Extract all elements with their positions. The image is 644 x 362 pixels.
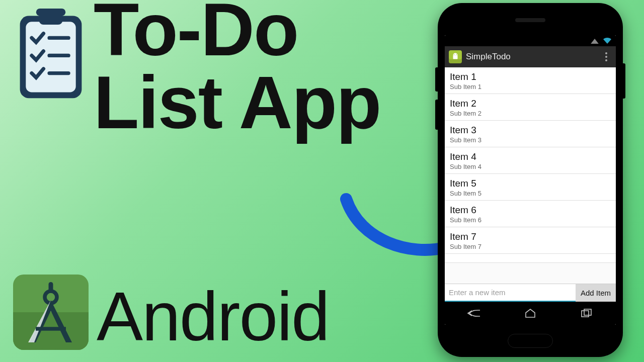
nav-bar <box>445 302 616 325</box>
list-item-title: Item 4 <box>450 151 611 162</box>
list-item-subtitle: Sub Item 3 <box>450 136 611 144</box>
svg-rect-19 <box>584 309 591 315</box>
svg-rect-18 <box>582 311 589 317</box>
svg-rect-3 <box>36 9 65 16</box>
nav-back-icon[interactable] <box>458 305 489 321</box>
phone-mockup: SimpleTodo Item 1Sub Item 1Item 2Sub Ite… <box>438 3 623 357</box>
svg-point-15 <box>456 54 457 55</box>
list-item-title: Item 7 <box>450 231 611 242</box>
svg-rect-11 <box>49 282 53 293</box>
svg-marker-17 <box>526 309 535 317</box>
svg-point-14 <box>454 54 455 55</box>
wifi-icon <box>603 37 612 44</box>
input-bar: Add Item <box>445 284 616 302</box>
signal-icon <box>591 39 599 44</box>
list-item-subtitle: Sub Item 6 <box>450 216 611 224</box>
list-row[interactable]: Item 6Sub Item 6 <box>445 201 616 227</box>
todo-list[interactable]: Item 1Sub Item 1Item 2Sub Item 2Item 3Su… <box>445 67 616 284</box>
list-item-title: Item 3 <box>450 125 611 136</box>
nav-home-icon[interactable] <box>515 305 545 321</box>
list-row[interactable]: Item 1Sub Item 1 <box>445 67 616 94</box>
action-bar: SimpleTodo <box>445 46 616 67</box>
list-item-subtitle: Sub Item 2 <box>450 110 611 117</box>
new-item-input[interactable] <box>445 284 576 302</box>
list-row[interactable]: Item 3Sub Item 3 <box>445 121 616 147</box>
list-row[interactable] <box>445 254 616 263</box>
svg-rect-9 <box>13 312 89 320</box>
headline-line2: List App <box>94 66 380 139</box>
list-item-title: Item 6 <box>450 205 611 216</box>
headline: To-Do List App <box>94 0 380 139</box>
list-item-subtitle: Sub Item 7 <box>450 243 611 250</box>
headline-line1: To-Do <box>94 0 380 66</box>
list-row[interactable]: Item 4Sub Item 4 <box>445 147 616 174</box>
add-item-button[interactable]: Add Item <box>576 284 616 302</box>
overflow-menu-icon[interactable] <box>601 46 612 67</box>
status-bar <box>445 35 616 46</box>
list-row[interactable]: Item 2Sub Item 2 <box>445 94 616 121</box>
svg-rect-16 <box>453 56 458 59</box>
list-item-subtitle: Sub Item 1 <box>450 83 611 90</box>
phone-home-button <box>508 334 553 348</box>
phone-screen: SimpleTodo Item 1Sub Item 1Item 2Sub Ite… <box>445 35 616 325</box>
list-item-title: Item 2 <box>450 98 611 109</box>
list-row[interactable]: Item 7Sub Item 7 <box>445 227 616 254</box>
nav-recent-icon[interactable] <box>572 305 602 321</box>
android-robot-icon <box>449 50 462 63</box>
list-row[interactable]: Item 5Sub Item 5 <box>445 174 616 201</box>
list-item-subtitle: Sub Item 5 <box>450 190 611 197</box>
list-item-subtitle: Sub Item 4 <box>450 163 611 170</box>
android-studio-icon <box>13 275 89 350</box>
clipboard-icon <box>13 7 89 103</box>
list-item-title: Item 5 <box>450 178 611 189</box>
platform-label: Android <box>97 282 329 351</box>
app-title: SimpleTodo <box>466 52 597 62</box>
list-item-title: Item 1 <box>450 71 611 82</box>
